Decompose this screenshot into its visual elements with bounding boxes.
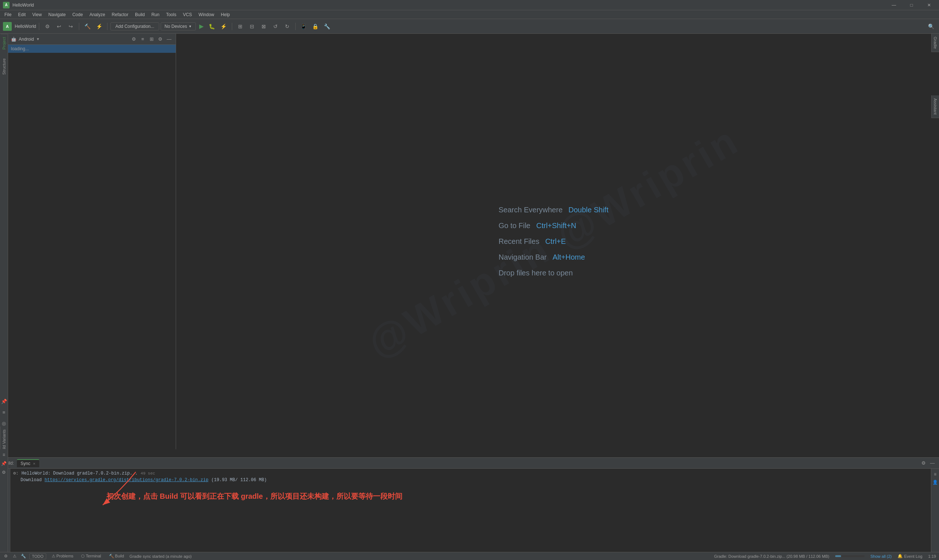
menu-code[interactable]: Code xyxy=(69,11,86,18)
toolbar-separator-1 xyxy=(39,23,39,30)
bottom-strip-icon-1[interactable]: ≡ xyxy=(0,451,8,459)
problems-tab-bottom[interactable]: ⚠ Problems xyxy=(49,553,76,559)
build-output: ⚙: HelloWorld: Download gradle-7.0.2-bin… xyxy=(10,469,931,560)
progress-bar xyxy=(835,555,865,557)
toolbar-project-name: HelloWorld xyxy=(15,24,36,29)
status-icon-3[interactable]: 🔧 xyxy=(20,554,26,559)
build-right-2[interactable]: 👤 xyxy=(931,478,939,486)
minimize-button[interactable]: — xyxy=(885,0,902,10)
menu-window[interactable]: Window xyxy=(195,11,217,18)
build-tab-bottom[interactable]: 🔨 Build xyxy=(106,553,127,559)
toolbar-btn-10[interactable]: 📱 xyxy=(299,21,309,32)
profile-button[interactable]: ⚡ xyxy=(219,21,229,32)
gradle-tab[interactable]: Gradle xyxy=(931,34,939,52)
panel-tool-list[interactable]: ≡ xyxy=(139,35,146,43)
menu-run[interactable]: Run xyxy=(149,11,163,18)
menu-analyze[interactable]: Analyze xyxy=(86,11,108,18)
bottom-strip-icon-3[interactable]: ⚙ xyxy=(0,468,8,476)
build-right-1[interactable]: ≡ xyxy=(931,470,939,478)
toolbar-btn-8[interactable]: ↺ xyxy=(270,21,280,32)
toolbar-btn-1[interactable]: ⚙ xyxy=(42,21,52,32)
bookmark-icon[interactable]: 📌 xyxy=(0,397,8,405)
editor-placeholder: Search Everywhere Double Shift Go to Fil… xyxy=(499,206,608,277)
toolbar-btn-2[interactable]: ↩ xyxy=(54,21,64,32)
toolbar-right: 🔍 xyxy=(926,21,936,32)
search-everywhere-hint: Search Everywhere Double Shift xyxy=(499,206,608,214)
status-icon-2[interactable]: ⚠ xyxy=(12,554,18,559)
build-settings-btn[interactable]: ⚙ xyxy=(920,460,927,467)
search-everywhere-shortcut: Double Shift xyxy=(568,206,608,214)
build-tabs-header: Build: Sync × ⚙ — xyxy=(0,458,939,469)
nav-bar-label: Navigation Bar xyxy=(499,253,546,262)
toolbar-btn-12[interactable]: 🔧 xyxy=(322,21,332,32)
no-devices-label: No Devices xyxy=(165,24,187,29)
toolbar-btn-4[interactable]: ⚡ xyxy=(94,21,104,32)
menu-refactor[interactable]: Refactor xyxy=(109,11,131,18)
event-log-label[interactable]: Event Log xyxy=(904,554,922,558)
menu-view[interactable]: View xyxy=(29,11,45,18)
toolbar-btn-7[interactable]: ⊠ xyxy=(259,21,269,32)
toolbar-separator-5 xyxy=(295,23,296,30)
sync-tab[interactable]: Sync × xyxy=(17,459,39,467)
build-task-text: HelloWorld: Download gradle-7.0.2-bin.zi… xyxy=(21,471,137,476)
gradle-status: Gradle: Download gradle-7.0.2-bin.zip...… xyxy=(714,554,829,558)
todo-tab[interactable]: TODO xyxy=(29,554,46,559)
panel-tool-gear[interactable]: ⚙ xyxy=(157,35,164,43)
left-vertical-tabs: Project Structure 📌 ≡ ◎ xyxy=(0,34,8,449)
menu-navigate[interactable]: Navigate xyxy=(46,11,69,18)
project-loading-item: loading... xyxy=(8,45,176,53)
menu-tools[interactable]: Tools xyxy=(163,11,179,18)
search-everywhere-button[interactable]: 🔍 xyxy=(926,21,936,32)
toolbar-btn-build[interactable]: 🔨 xyxy=(82,21,92,32)
build-right-tools: ≡ 👤 xyxy=(931,469,939,560)
build-close-btn[interactable]: — xyxy=(929,460,936,467)
menu-help[interactable]: Help xyxy=(218,11,233,18)
panel-header: 🤖 Android ▼ ⚙ ≡ ⊞ ⚙ — xyxy=(8,34,176,45)
status-bar-right: Gradle: Download gradle-7.0.2-bin.zip...… xyxy=(714,554,936,558)
title-bar-controls: — □ ✕ xyxy=(885,0,939,10)
panel-tool-close[interactable]: — xyxy=(165,35,173,43)
project-tab[interactable]: Project xyxy=(1,34,7,52)
close-button[interactable]: ✕ xyxy=(921,0,937,10)
panel-tool-settings[interactable]: ⚙ xyxy=(130,35,137,43)
status-icon-1[interactable]: ⚙ xyxy=(3,554,9,559)
toolbar-app-icon: A xyxy=(3,22,12,31)
recent-files-shortcut: Ctrl+E xyxy=(545,237,566,246)
drop-files-text: Drop files here to open xyxy=(499,269,573,277)
add-configuration-button[interactable]: Add Configuration... xyxy=(111,22,159,31)
download-url[interactable]: https://services.gradle.org/distribution… xyxy=(45,477,208,483)
toolbar-btn-5[interactable]: ⊞ xyxy=(235,21,245,32)
nav-bar-shortcut: Alt+Home xyxy=(553,253,585,262)
structure-icon[interactable]: ≡ xyxy=(0,408,8,416)
toolbar-btn-6[interactable]: ⊟ xyxy=(247,21,257,32)
debug-button[interactable]: 🐛 xyxy=(207,21,217,32)
build-content: ↺ ⊞ ⚙: HelloWorld: Download gradle-7.0.2… xyxy=(0,469,939,560)
download-prefix: Download xyxy=(20,477,42,483)
toolbar-btn-9[interactable]: ↻ xyxy=(282,21,292,32)
assistant-tab[interactable]: Assistant xyxy=(931,95,939,118)
title-bar-left: A HelloWorld xyxy=(0,2,34,8)
search-everywhere-label: Search Everywhere xyxy=(499,206,563,214)
bottom-strip-icon-2[interactable]: 📌 xyxy=(0,460,8,468)
maximize-button[interactable]: □ xyxy=(903,0,920,10)
dropdown-arrow-small[interactable]: ▼ xyxy=(36,37,40,41)
menu-file[interactable]: File xyxy=(2,11,14,18)
title-bar: A HelloWorld — □ ✕ xyxy=(0,0,939,10)
sync-tab-close[interactable]: × xyxy=(33,462,35,466)
run-button[interactable]: ▶ xyxy=(197,22,205,31)
no-devices-dropdown[interactable]: No Devices ▼ xyxy=(161,22,196,31)
show-all-link[interactable]: Show all (2) xyxy=(870,554,892,558)
circle-icon[interactable]: ◎ xyxy=(0,419,8,427)
build-line-2: Download https://services.gradle.org/dis… xyxy=(20,477,928,483)
status-bar: ⚙ ⚠ 🔧 TODO ⚠ Problems ⬡ Terminal 🔨 Build… xyxy=(0,552,939,560)
menu-build[interactable]: Build xyxy=(132,11,148,18)
build-task-prefix: ⚙: xyxy=(13,471,18,476)
toolbar-btn-11[interactable]: 🔒 xyxy=(310,21,320,32)
menu-edit[interactable]: Edit xyxy=(15,11,29,18)
panel-tool-filter[interactable]: ⊞ xyxy=(148,35,155,43)
structure-tab-left[interactable]: Structure xyxy=(1,55,7,78)
status-left-text: Gradle sync started (a minute ago) xyxy=(129,554,191,558)
terminal-tab-bottom[interactable]: ⬡ Terminal xyxy=(79,554,103,559)
toolbar-btn-3[interactable]: ↪ xyxy=(66,21,76,32)
menu-vcs[interactable]: VCS xyxy=(180,11,195,18)
